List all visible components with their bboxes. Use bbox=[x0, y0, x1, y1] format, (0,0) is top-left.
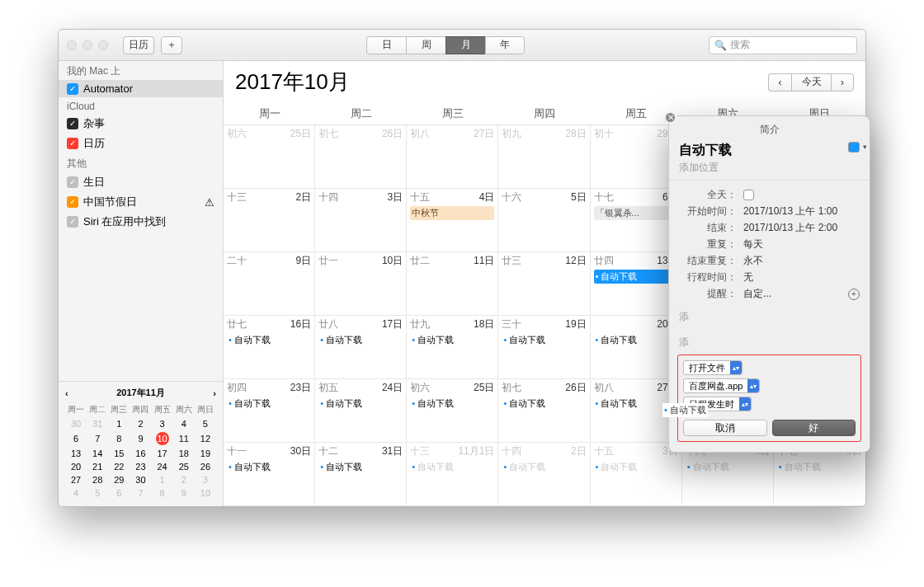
mini-day[interactable]: 19 bbox=[195, 447, 216, 460]
calendar-checkbox[interactable]: ✓ bbox=[67, 138, 78, 149]
day-cell[interactable]: 初七26日 bbox=[315, 125, 407, 189]
mini-day[interactable]: 26 bbox=[195, 460, 216, 473]
end-value[interactable]: 2017/10/13 上午 2:00 bbox=[743, 221, 837, 235]
calendar-checkbox[interactable]: ✓ bbox=[67, 83, 78, 95]
mini-day[interactable]: 11 bbox=[173, 430, 195, 447]
event-pill[interactable]: 自动下载 bbox=[318, 397, 403, 411]
event-pill[interactable]: 自动下载 bbox=[227, 333, 311, 347]
add-event-button[interactable]: ＋ bbox=[161, 36, 182, 54]
day-cell[interactable]: 十五4日中秋节 bbox=[407, 189, 498, 252]
add-location-field[interactable]: 添加位置 bbox=[679, 161, 860, 175]
sidebar-item[interactable]: ✓Siri 在应用中找到 bbox=[59, 212, 223, 232]
mini-day[interactable]: 4 bbox=[173, 417, 195, 430]
day-cell[interactable]: 十二31日自动下载 bbox=[315, 443, 407, 506]
mini-day[interactable]: 2 bbox=[173, 473, 195, 486]
event-pill[interactable]: 自动下载 bbox=[594, 460, 678, 474]
ok-button[interactable]: 好 bbox=[772, 420, 856, 436]
mini-day[interactable]: 8 bbox=[108, 430, 130, 447]
repeatend-value[interactable]: 永不 bbox=[743, 254, 763, 268]
mini-day[interactable]: 29 bbox=[108, 473, 130, 486]
mini-day[interactable]: 22 bbox=[108, 460, 130, 473]
event-pill[interactable]: 自动下载 bbox=[410, 397, 494, 411]
allday-checkbox[interactable] bbox=[743, 190, 754, 200]
action-select-2[interactable]: 百度网盘.app▴▾ bbox=[683, 378, 760, 393]
mini-day[interactable]: 6 bbox=[65, 430, 87, 447]
day-cell[interactable]: 初五24日自动下载 bbox=[315, 379, 407, 443]
event-pill[interactable]: 自动下载 bbox=[502, 397, 586, 411]
mini-prev[interactable]: ‹ bbox=[65, 388, 68, 398]
event-pill[interactable]: 自动下载 bbox=[227, 460, 311, 474]
day-cell[interactable]: 十四2日自动下载 bbox=[498, 443, 590, 506]
mini-day[interactable]: 24 bbox=[152, 460, 173, 473]
close-dot[interactable] bbox=[67, 40, 77, 50]
day-cell[interactable]: 初四23日自动下载 bbox=[224, 379, 315, 443]
mini-day[interactable]: 23 bbox=[130, 460, 151, 473]
mini-day[interactable]: 20 bbox=[65, 460, 87, 473]
repeat-value[interactable]: 每天 bbox=[743, 237, 763, 251]
mini-day[interactable]: 3 bbox=[195, 473, 216, 486]
event-pill[interactable]: 自动下载 bbox=[502, 460, 586, 474]
mini-day[interactable]: 25 bbox=[173, 460, 195, 473]
day-cell[interactable]: 初九28日 bbox=[498, 125, 590, 189]
event-pill[interactable]: 自动下载 bbox=[410, 460, 494, 474]
mini-day[interactable]: 1 bbox=[108, 417, 130, 430]
sidebar-item[interactable]: ✓生日 bbox=[59, 172, 223, 192]
day-cell[interactable]: 廿三12日 bbox=[498, 252, 590, 316]
sidebar-item[interactable]: ✓中国节假日⚠ bbox=[59, 192, 223, 212]
mini-day[interactable]: 16 bbox=[130, 447, 151, 460]
view-year[interactable]: 年 bbox=[485, 36, 525, 54]
calendars-toggle-button[interactable]: 日历 bbox=[123, 36, 154, 54]
day-cell[interactable]: 十一30日自动下载 bbox=[224, 443, 315, 506]
day-cell[interactable]: 廿一10日 bbox=[315, 252, 407, 316]
mini-day[interactable]: 30 bbox=[65, 417, 87, 430]
mini-next[interactable]: › bbox=[213, 388, 216, 398]
today-button[interactable]: 今天 bbox=[791, 73, 831, 92]
sidebar-item[interactable]: ✓Automator bbox=[59, 80, 223, 97]
day-cell[interactable]: 十三11月1日自动下载 bbox=[407, 443, 498, 506]
day-cell[interactable]: 廿九18日自动下载 bbox=[407, 316, 498, 379]
mini-day[interactable]: 4 bbox=[65, 486, 87, 500]
add-alert-icon[interactable]: + bbox=[848, 289, 860, 300]
event-pill[interactable]: 自动下载 bbox=[502, 333, 586, 347]
event-pill[interactable]: 自动下载 bbox=[318, 333, 403, 347]
day-cell[interactable]: 初八27日 bbox=[407, 125, 498, 189]
calendar-color-picker[interactable] bbox=[848, 142, 860, 153]
action-select-1[interactable]: 打开文件▴▾ bbox=[683, 360, 742, 375]
mini-day[interactable]: 5 bbox=[87, 486, 108, 500]
event-pill[interactable]: • 自动下载 bbox=[594, 270, 678, 284]
mini-day[interactable]: 9 bbox=[173, 486, 195, 500]
event-title[interactable]: 自动下载 bbox=[679, 142, 860, 159]
mini-day[interactable]: 6 bbox=[108, 486, 130, 500]
day-cell[interactable]: 廿二11日 bbox=[407, 252, 498, 316]
search-field[interactable]: 🔍 搜索 bbox=[709, 36, 857, 54]
mini-day[interactable]: 2 bbox=[130, 417, 151, 430]
mini-day[interactable]: 31 bbox=[87, 417, 108, 430]
event-pill[interactable]: 「银翼杀... bbox=[594, 206, 678, 220]
mini-day[interactable]: 8 bbox=[152, 486, 173, 500]
mini-day[interactable]: 5 bbox=[195, 417, 216, 430]
day-cell[interactable]: 十四3日 bbox=[315, 189, 407, 252]
view-month[interactable]: 月 bbox=[446, 36, 485, 54]
event-pill[interactable]: 中秋节 bbox=[410, 206, 494, 220]
mini-day[interactable]: 18 bbox=[173, 447, 195, 460]
day-cell[interactable]: 二十9日 bbox=[224, 252, 315, 316]
mini-day[interactable]: 30 bbox=[130, 473, 151, 486]
event-pill[interactable]: 自动下载 bbox=[594, 333, 678, 347]
mini-day[interactable]: 15 bbox=[108, 447, 130, 460]
add-extra-1[interactable]: 添 bbox=[679, 310, 860, 324]
mini-day[interactable]: 10 bbox=[152, 430, 173, 447]
prev-button[interactable]: ‹ bbox=[768, 73, 791, 92]
mini-day[interactable]: 13 bbox=[65, 447, 87, 460]
day-cell[interactable]: 三十19日自动下载 bbox=[498, 316, 590, 379]
calendar-checkbox[interactable]: ✓ bbox=[67, 216, 78, 228]
mini-day[interactable]: 7 bbox=[130, 486, 151, 500]
add-extra-2[interactable]: 添 bbox=[679, 336, 860, 350]
mini-day[interactable]: 12 bbox=[195, 430, 216, 447]
day-cell[interactable]: 初六25日 bbox=[224, 125, 315, 189]
mini-day[interactable]: 1 bbox=[152, 473, 173, 486]
mini-day[interactable]: 21 bbox=[87, 460, 108, 473]
alert-value[interactable]: 自定... bbox=[743, 287, 771, 301]
next-button[interactable]: › bbox=[831, 73, 854, 92]
view-week[interactable]: 周 bbox=[406, 36, 446, 54]
day-cell[interactable]: 十六5日 bbox=[498, 189, 590, 252]
